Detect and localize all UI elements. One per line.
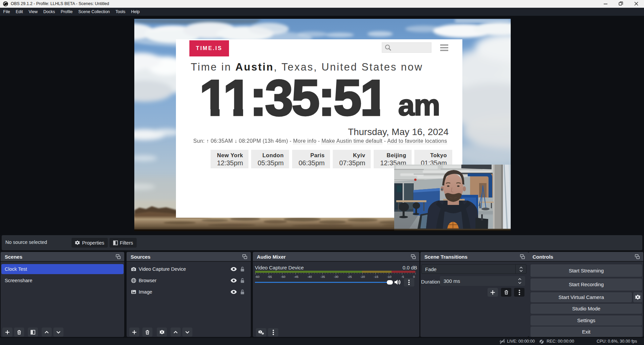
svg-text:-5: -5 bbox=[401, 275, 404, 278]
svg-text:-10: -10 bbox=[387, 275, 392, 278]
svg-text:-60: -60 bbox=[255, 275, 260, 278]
svg-text:-30: -30 bbox=[334, 275, 338, 278]
svg-text:-35: -35 bbox=[320, 275, 325, 278]
svg-text:-20: -20 bbox=[360, 275, 365, 278]
svg-text:-55: -55 bbox=[267, 275, 272, 278]
svg-text:-25: -25 bbox=[347, 275, 352, 278]
svg-text:-40: -40 bbox=[307, 275, 312, 278]
svg-text:-15: -15 bbox=[374, 275, 378, 278]
svg-text:-50: -50 bbox=[281, 275, 285, 278]
svg-text:-45: -45 bbox=[294, 275, 298, 278]
